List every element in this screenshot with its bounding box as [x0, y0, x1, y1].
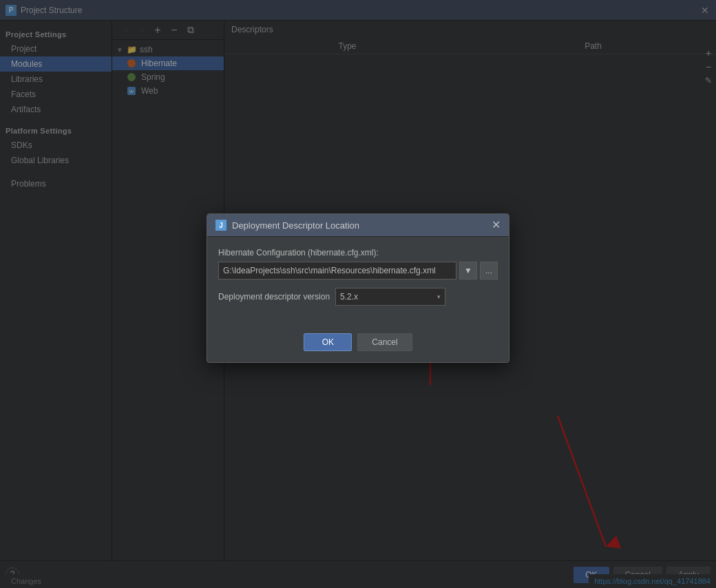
modal-cancel-button[interactable]: Cancel	[357, 333, 412, 351]
config-browse-button[interactable]: ...	[480, 262, 498, 280]
modal-config-row: ▼ ...	[218, 262, 498, 280]
modal-overlay: J Deployment Descriptor Location ✕ Hiber…	[0, 0, 716, 588]
config-dropdown-button[interactable]: ▼	[459, 262, 477, 280]
modal-config-label: Hibernate Configuration (hibernate.cfg.x…	[218, 248, 498, 258]
modal-body: Hibernate Configuration (hibernate.cfg.x…	[207, 237, 509, 328]
modal-version-row: Deployment descriptor version 5.2.x 5.1.…	[218, 288, 498, 306]
modal-ok-button[interactable]: OK	[304, 333, 352, 351]
modal-title-group: J Deployment Descriptor Location	[215, 220, 359, 231]
version-select[interactable]: 5.2.x 5.1.x 5.0.x 4.3.x	[335, 288, 445, 306]
version-label: Deployment descriptor version	[218, 292, 330, 302]
version-select-wrap: 5.2.x 5.1.x 5.0.x 4.3.x	[335, 288, 445, 306]
config-path-input[interactable]	[218, 262, 456, 280]
modal-close-button[interactable]: ✕	[492, 220, 501, 231]
modal-app-icon: J	[215, 220, 227, 231]
modal-titlebar: J Deployment Descriptor Location ✕	[207, 214, 509, 237]
modal-dialog: J Deployment Descriptor Location ✕ Hiber…	[207, 213, 509, 363]
modal-title: Deployment Descriptor Location	[232, 220, 359, 231]
modal-footer: OK Cancel	[207, 328, 509, 362]
